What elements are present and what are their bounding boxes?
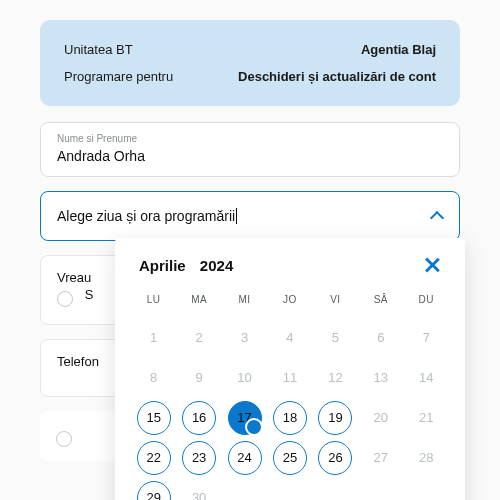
calendar-day: 9 [182, 361, 216, 395]
appointment-summary-card: Unitatea BT Agentia Blaj Programare pent… [40, 20, 460, 106]
calendar-day: 21 [409, 401, 443, 435]
calendar-month: Aprilie [139, 257, 186, 274]
calendar-day: 6 [364, 321, 398, 355]
calendar-day: 10 [228, 361, 262, 395]
calendar-day[interactable]: 18 [273, 401, 307, 435]
calendar-dow: VI [315, 288, 356, 315]
calendar-day[interactable]: 26 [318, 441, 352, 475]
calendar-dow: DU [406, 288, 447, 315]
datetime-select[interactable]: Alege ziua și ora programării [40, 191, 460, 241]
summary-row-purpose: Programare pentru Deschideri și actualiz… [64, 69, 436, 84]
calendar-header: Aprilie 2024 [133, 256, 447, 274]
chevron-up-icon [431, 210, 443, 222]
calendar-day: 11 [273, 361, 307, 395]
calendar-day[interactable]: 25 [273, 441, 307, 475]
calendar-month-year: Aprilie 2024 [139, 257, 233, 274]
calendar-day: 27 [364, 441, 398, 475]
calendar-day: 20 [364, 401, 398, 435]
calendar-popup: Aprilie 2024 LUMAMIJOVISÂDU1234567891011… [115, 238, 465, 500]
name-field-label: Nume si Prenume [57, 133, 443, 144]
calendar-day: 4 [273, 321, 307, 355]
name-field[interactable]: Nume si Prenume Andrada Orha [40, 122, 460, 177]
purpose-label: Programare pentru [64, 69, 173, 84]
want-option-partial: S [85, 287, 94, 302]
calendar-dow: LU [133, 288, 174, 315]
calendar-day: 13 [364, 361, 398, 395]
calendar-dow: MA [178, 288, 219, 315]
calendar-day: 28 [409, 441, 443, 475]
calendar-day[interactable]: 23 [182, 441, 216, 475]
want-label: Vreau [57, 270, 91, 285]
calendar-day[interactable]: 22 [137, 441, 171, 475]
calendar-day: 5 [318, 321, 352, 355]
calendar-dow: MI [224, 288, 265, 315]
calendar-day: 3 [228, 321, 262, 355]
calendar-day[interactable]: 15 [137, 401, 171, 435]
phone-label: Telefon [57, 354, 99, 369]
calendar-day: 30 [182, 481, 216, 500]
calendar-day: 8 [137, 361, 171, 395]
calendar-dow: JO [269, 288, 310, 315]
calendar-dow: SÂ [360, 288, 401, 315]
calendar-day: 1 [137, 321, 171, 355]
radio-icon[interactable] [56, 431, 72, 447]
unit-label: Unitatea BT [64, 42, 133, 57]
calendar-day[interactable]: 17 [228, 401, 262, 435]
calendar-year: 2024 [200, 257, 233, 274]
datetime-placeholder: Alege ziua și ora programării [57, 208, 237, 224]
unit-value: Agentia Blaj [361, 42, 436, 57]
name-field-value: Andrada Orha [57, 148, 443, 164]
calendar-day[interactable]: 19 [318, 401, 352, 435]
calendar-grid: LUMAMIJOVISÂDU12345678910111213141516171… [133, 288, 447, 500]
calendar-day[interactable]: 29 [137, 481, 171, 500]
close-icon[interactable] [423, 256, 441, 274]
calendar-day: 7 [409, 321, 443, 355]
calendar-day: 12 [318, 361, 352, 395]
calendar-day[interactable]: 24 [228, 441, 262, 475]
calendar-day[interactable]: 16 [182, 401, 216, 435]
calendar-day: 14 [409, 361, 443, 395]
purpose-value: Deschideri și actualizări de cont [238, 69, 436, 84]
calendar-day: 2 [182, 321, 216, 355]
summary-row-unit: Unitatea BT Agentia Blaj [64, 42, 436, 57]
radio-icon[interactable] [57, 291, 73, 307]
